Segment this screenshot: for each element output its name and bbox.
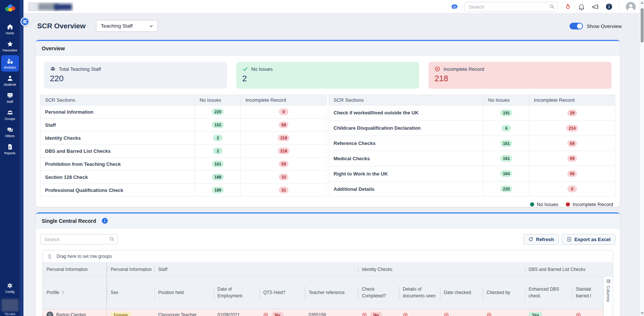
search-icon[interactable] xyxy=(549,4,555,9)
table-row[interactable]: Reference Checks16159 xyxy=(329,136,615,151)
groups-icon xyxy=(7,109,13,116)
section-name: Personal Information xyxy=(41,105,195,118)
grid-group-header-row: Personal InformationPersonal Information… xyxy=(43,263,613,276)
cell: Barton Carolyn xyxy=(43,309,107,316)
table-row[interactable]: Prohibition from Teaching Check16159 xyxy=(41,158,327,171)
sidebar-item-groups[interactable]: Groups xyxy=(1,107,19,123)
cell: No xyxy=(358,312,399,316)
row-groups-dropzone[interactable]: Drag here to set row groups xyxy=(43,250,613,263)
section-name: Medical Checks xyxy=(329,151,484,166)
stat-value: 218 xyxy=(434,74,606,83)
column-header-sex[interactable]: Sex xyxy=(107,276,154,309)
info-icon[interactable] xyxy=(101,217,108,224)
sidebar-item-modules[interactable]: Modules xyxy=(1,55,19,72)
scroll-up-icon[interactable] xyxy=(641,1,644,4)
refresh-label: Refresh xyxy=(536,237,554,242)
legend-label: No Issues xyxy=(537,202,558,207)
export-excel-button[interactable]: Export as Excel xyxy=(562,234,615,245)
column-header-date-of-employment[interactable]: Date of Employment xyxy=(214,276,259,309)
sidebar-item-favourites[interactable]: Favourites xyxy=(1,38,19,54)
legend-dot xyxy=(530,202,534,206)
no-issues-count: 2 xyxy=(195,132,241,145)
sidebar-item-reports[interactable]: Reports xyxy=(1,141,19,157)
sidebar-item-others[interactable]: Others xyxy=(1,124,19,140)
legend-label: Incomplete Record xyxy=(573,202,613,207)
table-row[interactable]: Barton CarolynFemaleClassroom Teacher01/… xyxy=(43,309,613,316)
incomplete-badge: 214 xyxy=(566,125,578,132)
refresh-button[interactable]: Refresh xyxy=(523,234,559,245)
section-name: Prohibition from Teaching Check xyxy=(41,158,195,171)
stat-value: 2 xyxy=(242,74,414,83)
column-header: No Issues xyxy=(484,95,529,105)
table-row[interactable]: Section 128 Check18832 xyxy=(41,171,327,184)
table-row[interactable]: Identity Checks2218 xyxy=(41,132,327,145)
scr-search-input[interactable] xyxy=(40,234,118,244)
section-name: Professional Qualifications Check xyxy=(41,184,195,197)
column-group-header[interactable]: DBS and Barred List Checks xyxy=(525,263,604,276)
sidebar-item-home[interactable]: Home xyxy=(1,21,19,37)
column-header-enhanced-dbs-check[interactable]: Enhanced DBS check xyxy=(525,276,572,309)
table-row[interactable]: Check if worked/lived outside the UK1912… xyxy=(329,105,615,121)
section-name: Childcare Disqualification Declaration xyxy=(329,120,484,136)
show-overview-toggle[interactable] xyxy=(570,23,583,29)
column-header-date-checked[interactable]: Date checked xyxy=(440,276,483,309)
staff-icon xyxy=(7,92,13,99)
table-row[interactable]: Right to Work in the UK16456 xyxy=(329,166,615,181)
table-row[interactable]: Personal Information2200 xyxy=(41,105,327,118)
column-group-header[interactable]: Identity Checks xyxy=(358,263,525,276)
table-row[interactable]: DBS and Barred List Checks2218 xyxy=(41,145,327,158)
column-group-header[interactable]: Personal Information xyxy=(43,263,107,276)
incomplete-count: 59 xyxy=(529,151,615,166)
scrollbar-thumb[interactable] xyxy=(641,8,644,42)
column-group-header[interactable]: Staff xyxy=(154,263,358,276)
row-groups-icon xyxy=(47,254,53,259)
column-header-position-held[interactable]: Position held xyxy=(154,276,214,309)
column-header-teacher-reference[interactable]: Teacher reference xyxy=(305,276,358,309)
user-avatar[interactable] xyxy=(626,2,636,12)
scroll-down-icon[interactable] xyxy=(641,312,644,315)
column-header-details-of-documents-seen[interactable]: Details of documents seen xyxy=(399,276,440,309)
table-row[interactable]: Medical Checks16159 xyxy=(329,151,615,166)
app-logo-cloud-icon[interactable] xyxy=(0,2,20,13)
column-group-header[interactable]: Personal Information xyxy=(107,263,154,276)
page-scrollbar[interactable] xyxy=(640,0,644,316)
overview-panel: Overview Total Teaching Staff 220 xyxy=(36,40,620,207)
scr-panel: Single Central Record Refresh xyxy=(36,212,620,316)
incomplete-count: 56 xyxy=(529,166,615,181)
column-header-checked-by[interactable]: Checked by xyxy=(483,276,525,309)
columns-panel-tab[interactable]: Columns xyxy=(603,276,613,316)
announcements-megaphone-icon[interactable] xyxy=(592,3,599,10)
scr-sections-table-left: SCR Sections No Issues Incomplete Record… xyxy=(40,95,327,197)
help-info-icon[interactable] xyxy=(605,3,613,10)
column-header-check-completed-[interactable]: Check Completed? xyxy=(358,276,399,309)
notifications-bell-icon[interactable] xyxy=(578,3,585,10)
column-header-label: Enhanced DBS check xyxy=(529,286,568,299)
table-row[interactable]: Professional Qualifications Check18931 xyxy=(41,184,327,197)
streak-flame-icon[interactable] xyxy=(564,3,571,10)
table-row[interactable]: Childcare Disqualification Declaration62… xyxy=(329,120,615,136)
sidebar-pin-toggle-icon[interactable] xyxy=(20,17,29,26)
stat-value: 220 xyxy=(50,74,221,83)
no-issues-badge: 2 xyxy=(213,135,223,141)
column-header-standal-barred-l[interactable]: Standal barred l xyxy=(572,276,604,309)
sidebar-item-label: Students xyxy=(4,83,16,86)
sidebar-item-config[interactable]: Config xyxy=(0,282,20,294)
error-circle-icon xyxy=(434,66,440,72)
page-title: SCR Overview xyxy=(37,22,86,30)
status-badge: No xyxy=(370,312,382,316)
column-header-profile[interactable]: Profile↑ xyxy=(43,276,107,309)
column-header-qts-held-[interactable]: QTS Held? xyxy=(259,276,305,309)
table-row[interactable]: Additional Details2200 xyxy=(329,181,615,197)
table-row[interactable]: Staff15268 xyxy=(41,118,327,132)
staff-type-select[interactable]: Teaching Staff xyxy=(96,20,158,32)
cell: Yes xyxy=(525,312,572,316)
error-circle-icon xyxy=(576,312,581,316)
search-icon[interactable] xyxy=(109,236,115,242)
status-badge: Female xyxy=(111,312,131,316)
global-search-input[interactable] xyxy=(465,2,558,12)
cell: Classroom Teacher xyxy=(154,312,214,316)
chatbot-icon[interactable] xyxy=(451,3,458,10)
sidebar-item-staff[interactable]: Staff xyxy=(1,89,19,106)
sidebar-item-students[interactable]: Students xyxy=(1,72,19,89)
error-circle-icon xyxy=(444,312,449,316)
